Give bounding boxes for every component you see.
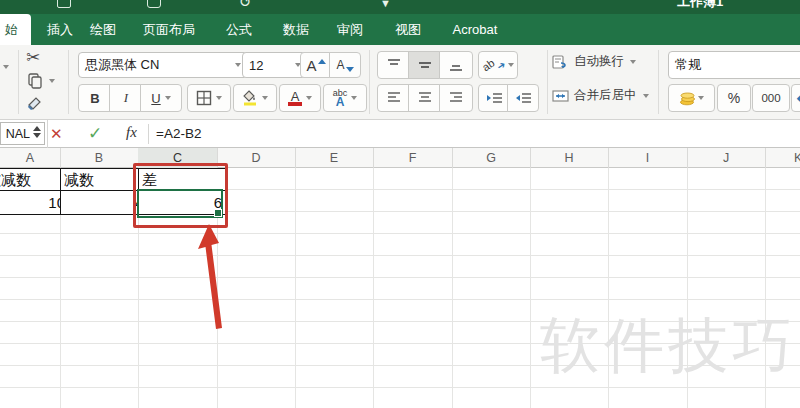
tab-formulas[interactable]: 公式 — [222, 14, 256, 45]
decrease-indent-button[interactable] — [478, 84, 510, 112]
align-bottom-button[interactable] — [439, 51, 473, 79]
fill-color-icon — [242, 90, 258, 106]
underline-dropdown-icon — [165, 96, 171, 100]
align-top-icon — [386, 58, 402, 72]
coins-icon — [679, 90, 695, 106]
align-bottom-icon — [448, 58, 464, 72]
tab-data[interactable]: 数据 — [279, 14, 313, 45]
tab-view[interactable]: 视图 — [391, 14, 425, 45]
orientation-dropdown-icon — [508, 63, 514, 67]
column-header-i[interactable]: I — [608, 148, 688, 168]
phonetic-button[interactable]: abc A — [323, 84, 367, 112]
copy-dropdown-icon[interactable] — [49, 79, 55, 83]
shrink-font-button[interactable]: A — [329, 52, 361, 78]
orientation-button[interactable]: ab ➔ — [478, 51, 518, 79]
underline-button[interactable]: U — [140, 84, 182, 112]
column-header-b[interactable]: B — [60, 148, 139, 168]
column-header-k[interactable]: K — [765, 148, 800, 168]
merge-center-icon — [552, 88, 568, 104]
phonetic-dropdown-icon — [351, 96, 357, 100]
tab-home[interactable]: 始 — [0, 14, 31, 45]
borders-button[interactable] — [187, 84, 231, 112]
tab-acrobat[interactable]: Acrobat — [446, 14, 504, 45]
copy-icon[interactable] — [27, 73, 43, 89]
font-size-combo[interactable]: 12 — [242, 52, 308, 78]
name-box-value: NAL — [6, 127, 30, 141]
orientation-icon: ab — [479, 57, 496, 74]
number-format-combo[interactable]: 常规 — [668, 51, 800, 79]
shrink-font-icon — [346, 67, 354, 72]
column-header-j[interactable]: J — [687, 148, 766, 168]
tab-draw[interactable]: 绘图 — [86, 14, 120, 45]
font-color-button[interactable]: A — [279, 84, 321, 112]
increase-indent-button[interactable] — [507, 84, 539, 112]
align-right-button[interactable] — [439, 84, 473, 112]
workbook-title: 工作簿1 — [677, 0, 723, 11]
borders-dropdown-icon — [216, 96, 222, 100]
borders-icon — [196, 90, 212, 106]
insert-function-icon[interactable]: fx — [126, 124, 137, 141]
align-top-button[interactable] — [377, 51, 411, 79]
font-name-dropdown-icon — [235, 63, 241, 67]
wrap-text-dropdown-icon — [630, 60, 636, 64]
align-middle-icon — [417, 58, 433, 72]
wrap-text-icon — [552, 54, 568, 70]
paste-dropdown-icon[interactable] — [3, 65, 9, 69]
increase-indent-icon — [515, 91, 532, 105]
fill-color-dropdown-icon — [262, 96, 268, 100]
align-middle-button[interactable] — [408, 51, 442, 79]
quick-access-dropdown-icon[interactable]: ▼ — [380, 0, 391, 9]
bold-button[interactable]: B — [78, 84, 112, 112]
italic-button[interactable]: I — [109, 84, 143, 112]
phonetic-icon: abc A — [333, 89, 348, 107]
tab-review[interactable]: 审阅 — [333, 14, 367, 45]
merge-center-dropdown-icon — [643, 94, 649, 98]
merge-center-button[interactable]: 合并后居中 — [552, 87, 649, 104]
cell-a2[interactable]: 10 — [0, 190, 69, 215]
align-left-icon — [386, 91, 402, 105]
fill-color-button[interactable] — [233, 84, 277, 112]
title-bar: ↺ ▼ 工作簿1 — [0, 0, 800, 14]
undo-icon[interactable]: ↺ — [239, 0, 252, 11]
tab-insert[interactable]: 插入 — [43, 14, 77, 45]
font-name-combo[interactable]: 思源黑体 CN — [78, 52, 248, 78]
align-left-button[interactable] — [377, 84, 411, 112]
accounting-format-button[interactable] — [668, 84, 715, 112]
align-center-button[interactable] — [408, 84, 442, 112]
formula-input[interactable]: =A2-B2 — [156, 126, 201, 141]
save-icon[interactable] — [57, 0, 71, 8]
comma-style-button[interactable]: 000 — [752, 84, 790, 112]
accounting-dropdown-icon — [698, 96, 704, 100]
enter-icon[interactable]: ✓ — [88, 123, 102, 144]
font-name-value: 思源黑体 CN — [85, 56, 159, 74]
ribbon: ✂ 思源黑体 CN 12 A A B I U A — [0, 45, 800, 120]
tab-page-layout[interactable]: 页面布局 — [138, 14, 200, 45]
wrap-text-button[interactable]: 自动换行 — [552, 53, 636, 70]
column-header-g[interactable]: G — [452, 148, 531, 168]
column-header-f[interactable]: F — [373, 148, 453, 168]
format-painter-icon[interactable] — [27, 95, 43, 111]
font-color-icon: A — [288, 91, 302, 106]
percent-style-button[interactable]: % — [717, 84, 751, 112]
align-right-icon — [448, 91, 464, 105]
grow-font-button[interactable]: A — [300, 52, 332, 78]
number-format-value: 常规 — [675, 56, 701, 74]
formula-bar: NAL ✕ ✓ fx =A2-B2 — [0, 120, 800, 148]
new-file-icon[interactable] — [147, 0, 161, 8]
column-header-d[interactable]: D — [217, 148, 296, 168]
column-header-h[interactable]: H — [530, 148, 609, 168]
increase-decimal-button[interactable]: ◆ .00 — [791, 84, 800, 112]
ribbon-tab-bar: 始 插入 绘图 页面布局 公式 数据 审阅 视图 Acrobat — [0, 14, 800, 45]
column-headers: A B C D E F G H I J K — [0, 148, 800, 168]
annotation-arrow — [190, 218, 236, 334]
grow-font-icon — [318, 59, 326, 64]
cut-icon[interactable]: ✂ — [26, 47, 40, 68]
font-size-value: 12 — [249, 58, 263, 73]
watermark: 软件技巧 — [540, 306, 796, 387]
column-header-a[interactable]: A — [0, 148, 61, 168]
align-center-icon — [417, 91, 433, 105]
font-color-dropdown-icon — [306, 96, 312, 100]
cancel-icon[interactable]: ✕ — [50, 125, 63, 143]
name-box-stepper[interactable] — [33, 126, 41, 138]
column-header-e[interactable]: E — [295, 148, 374, 168]
